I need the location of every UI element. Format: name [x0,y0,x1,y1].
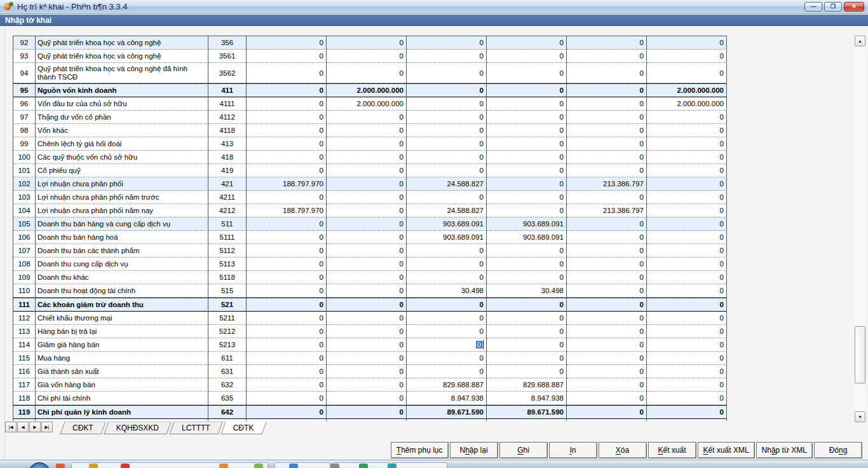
value-cell[interactable]: 0 [407,111,487,124]
taskbar-app-icon[interactable] [330,464,339,468]
value-cell[interactable]: 829.688.887 [487,378,567,392]
value-cell[interactable]: 0 [487,312,567,325]
taskbar-app-icon[interactable] [254,464,263,468]
value-cell[interactable]: 0 [487,419,567,421]
value-cell[interactable]: 0 [327,63,407,83]
value-cell[interactable]: 0 [327,406,407,418]
value-cell[interactable]: 0 [647,151,727,164]
close-button[interactable]: ✕ [844,2,864,11]
value-cell[interactable]: 0 [487,151,567,164]
value-cell[interactable]: 0 [407,36,487,50]
value-cell[interactable]: 0 [247,124,327,137]
value-cell[interactable]: 2.000.000.000 [647,97,727,111]
value-cell[interactable]: 0 [647,231,727,244]
value-cell[interactable]: 0 [247,284,327,298]
value-cell[interactable]: 0 [247,164,327,177]
start-button-icon[interactable] [29,462,50,468]
value-cell[interactable]: 24.588.827 [407,177,487,191]
value-cell[interactable]: 0 [647,258,727,271]
value-cell[interactable]: 0 [327,191,407,204]
value-cell[interactable]: 0 [327,231,407,244]
value-cell[interactable]: 0 [567,84,647,97]
value-cell[interactable]: 0 [327,124,407,137]
value-cell[interactable]: 0 [247,151,327,164]
value-cell[interactable]: 0 [487,191,567,204]
value-cell[interactable]: 89.671.590 [407,406,487,418]
value-cell[interactable]: 0 [247,63,327,83]
value-cell[interactable]: 0 [647,298,727,311]
value-cell[interactable]: 0 [487,338,567,352]
value-cell[interactable]: 0 [407,244,487,258]
tab-kqhđsxkd[interactable]: KQHĐSXKD [106,422,169,434]
value-cell[interactable]: 0 [247,111,327,124]
value-cell[interactable]: 0 [247,365,327,378]
value-cell[interactable]: 30.498 [407,284,487,298]
value-cell[interactable]: 0 [567,284,647,298]
value-cell[interactable]: 0 [647,111,727,124]
value-cell[interactable]: 0 [327,217,407,231]
value-cell[interactable]: 0 [327,204,407,217]
value-cell[interactable]: 0 [567,191,647,204]
value-cell[interactable]: 0 [327,177,407,191]
value-cell[interactable]: 0 [567,271,647,284]
value-cell[interactable]: 0 [247,217,327,231]
value-cell[interactable]: 0 [567,97,647,111]
value-cell[interactable]: 2.000.000.000 [327,97,407,111]
value-cell[interactable]: 0 [647,191,727,204]
value-cell[interactable]: 0 [567,50,647,63]
value-cell[interactable]: 903.689.091 [487,231,567,244]
value-cell[interactable]: 188.797.970 [247,204,327,217]
value-cell[interactable]: 0 [487,137,567,151]
value-cell[interactable]: 0 [407,325,487,338]
value-cell[interactable]: 0 [327,271,407,284]
taskbar-button[interactable] [71,462,268,468]
value-cell[interactable]: 0 [567,36,647,50]
value-cell[interactable]: 0 [487,352,567,365]
value-cell[interactable]: 0 [567,325,647,338]
value-cell[interactable]: 0 [567,63,647,83]
value-cell[interactable]: 0 [567,352,647,365]
value-cell[interactable]: 0 [567,137,647,151]
value-cell[interactable]: 0 [327,137,407,151]
value-cell[interactable]: 0 [567,111,647,124]
value-cell[interactable]: 0 [247,325,327,338]
value-cell[interactable]: 829.688.887 [407,378,487,392]
value-cell[interactable]: 0 [327,378,407,392]
button-ghi[interactable]: Ghi [499,442,548,458]
taskbar-app-icon[interactable] [219,464,228,468]
value-cell[interactable]: 0 [487,244,567,258]
value-cell[interactable]: 0 [327,352,407,365]
value-cell[interactable]: 0 [647,164,727,177]
prev-record-icon[interactable]: ◀ [17,422,29,432]
value-cell[interactable]: 0 [567,419,647,421]
value-cell[interactable]: 0 [327,312,407,325]
taskbar-app-icon[interactable] [89,464,98,468]
value-cell[interactable]: 0 [327,419,407,421]
value-cell[interactable]: 0 [567,406,647,418]
value-cell[interactable]: 0 [407,312,487,325]
value-cell[interactable]: 0 [567,231,647,244]
value-cell[interactable]: 0 [567,392,647,405]
button-in[interactable]: In [549,442,597,458]
value-cell[interactable]: 0 [647,325,727,338]
value-cell[interactable]: 0 [647,392,727,405]
value-cell[interactable]: 0 [647,365,727,378]
value-cell[interactable]: 0 [647,271,727,284]
value-cell[interactable]: 0 [647,244,727,258]
value-cell[interactable]: 0 [327,258,407,271]
value-cell[interactable]: 24.588.827 [407,204,487,217]
value-cell[interactable]: 0 [407,124,487,137]
value-cell[interactable]: 0 [487,111,567,124]
value-cell[interactable]: 0 [247,419,327,421]
value-cell[interactable]: 0 [327,284,407,298]
value-cell[interactable]: 0 [567,151,647,164]
next-record-icon[interactable]: ▶ [29,422,41,432]
value-cell[interactable]: 0 [407,63,487,83]
button-kết-xuất-xml[interactable]: Kết xuất XML [698,442,755,458]
value-cell[interactable]: 0 [327,50,407,63]
value-cell[interactable]: 0 [247,50,327,63]
value-cell[interactable]: 213.386.797 [567,177,647,191]
value-cell[interactable]: 0 [247,36,327,50]
value-cell[interactable]: 0 [407,191,487,204]
value-cell[interactable]: 0 [567,378,647,392]
